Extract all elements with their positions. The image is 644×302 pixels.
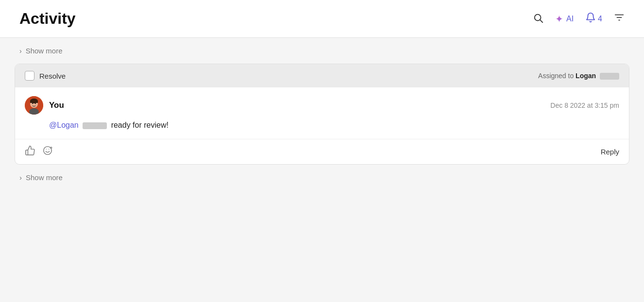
mention-tag[interactable]: @Logan <box>49 121 79 129</box>
notification-count: 4 <box>598 15 602 23</box>
resolve-bar: Resolve Assigned to Logan <box>15 64 629 87</box>
reply-button[interactable]: Reply <box>601 148 619 156</box>
user-name: You <box>49 101 64 110</box>
filter-icon <box>614 12 625 25</box>
show-more-bottom[interactable]: › Show more <box>15 165 629 190</box>
comment-body-text: ready for review! <box>111 121 169 129</box>
page-title: Activity <box>19 10 76 28</box>
svg-point-10 <box>32 103 33 104</box>
comment-actions: Reply <box>15 139 629 164</box>
svg-line-1 <box>540 20 542 22</box>
emoji-add-icon <box>42 145 53 158</box>
search-button[interactable] <box>533 13 543 25</box>
resolve-left: Resolve <box>25 71 66 81</box>
chevron-right-icon: › <box>19 47 22 55</box>
comment-card: Resolve Assigned to Logan <box>15 64 629 165</box>
thumbs-up-button[interactable] <box>25 145 35 158</box>
show-more-top-label: Show more <box>26 47 63 55</box>
bell-icon <box>585 12 596 25</box>
comment-timestamp: Dec 8 2022 at 3:15 pm <box>550 101 619 109</box>
assigned-name: Logan <box>576 72 596 80</box>
mention-name-blurred <box>83 122 107 129</box>
show-more-bottom-label: Show more <box>26 173 63 182</box>
content-area: › Show more Resolve Assigned to Logan <box>0 38 644 302</box>
comment-header: You Dec 8 2022 at 3:15 pm <box>25 96 619 115</box>
ai-sparkle-icon: ✦ <box>555 13 563 25</box>
svg-point-11 <box>35 103 36 104</box>
page-header: Activity ✦ AI 4 <box>0 0 644 38</box>
ai-label: AI <box>566 15 574 23</box>
reaction-buttons <box>25 145 53 158</box>
thumbs-up-icon <box>25 145 35 158</box>
comment-user: You <box>25 96 64 115</box>
assigned-avatar-placeholder <box>600 73 619 80</box>
svg-rect-8 <box>30 101 38 103</box>
assigned-text: Assigned to <box>538 72 574 80</box>
chevron-right-icon-bottom: › <box>19 173 22 182</box>
header-actions: ✦ AI 4 <box>533 12 625 25</box>
resolve-checkbox[interactable] <box>25 71 34 81</box>
avatar <box>25 96 43 115</box>
comment-text: @Logan ready for review! <box>25 119 619 131</box>
assigned-to: Assigned to Logan <box>538 72 619 80</box>
filter-button[interactable] <box>614 12 625 25</box>
resolve-label[interactable]: Resolve <box>39 72 66 80</box>
notifications-button[interactable]: 4 <box>585 12 602 25</box>
comment-body: You Dec 8 2022 at 3:15 pm @Logan ready f… <box>15 87 629 139</box>
search-icon <box>533 13 543 25</box>
emoji-add-button[interactable] <box>42 145 53 158</box>
show-more-top[interactable]: › Show more <box>15 38 629 64</box>
ai-button[interactable]: ✦ AI <box>555 13 574 25</box>
